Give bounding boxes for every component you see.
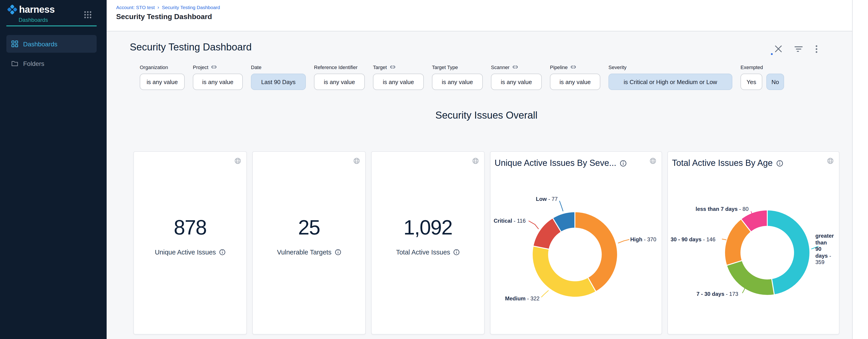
stat-label: Vulnerable Targets <box>277 248 332 256</box>
brand-name: harness <box>19 4 55 15</box>
link-icon <box>211 64 217 70</box>
sidebar-item-label: Folders <box>23 60 44 67</box>
leader-line <box>559 201 563 211</box>
filter-label: Project <box>193 64 209 70</box>
dashboards-grid-icon <box>11 40 18 47</box>
filter-target-type-value[interactable]: is any value <box>432 74 483 90</box>
sidebar-item-dashboards[interactable]: Dashboards <box>6 35 97 53</box>
folder-icon <box>11 60 18 67</box>
tiles-row: 878 Unique Active Issues 25 Vulnerab <box>133 151 839 335</box>
filter-label: Target Type <box>432 64 458 70</box>
breadcrumb-separator: › <box>157 4 159 10</box>
topbar: Account: STO test › Security Testing Das… <box>106 0 852 31</box>
info-icon[interactable] <box>219 249 225 255</box>
slice-greater-90[interactable] <box>767 210 810 295</box>
filter-project: Project is any value <box>193 64 243 90</box>
filter-target: Target is any value <box>373 64 424 90</box>
section-title: Security Issues Overall <box>133 110 839 121</box>
filter-label: Target <box>373 64 387 70</box>
close-icon[interactable] <box>775 45 782 55</box>
scrollbar-gutter[interactable] <box>852 0 868 339</box>
filter-label: Severity <box>609 64 627 70</box>
link-icon <box>570 64 576 70</box>
filter-exempted-yes-button[interactable]: Yes <box>741 74 762 90</box>
product-label: Dashboards <box>19 17 48 23</box>
filter-icon[interactable] <box>795 46 803 54</box>
notification-dot <box>771 53 773 55</box>
filter-scanner: Scanner is any value <box>491 64 542 90</box>
sidebar-item-label: Dashboards <box>23 40 57 48</box>
stat-value: 25 <box>298 216 320 239</box>
filter-reference-identifier: Reference Identifier is any value <box>314 64 365 90</box>
slice-label-critical: Critical - 116 <box>494 218 526 224</box>
page-title: Security Testing Dashboard <box>116 13 212 21</box>
dashboard-main: Security Testing Dashboard Organization … <box>106 31 852 339</box>
breadcrumb: Account: STO test › Security Testing Das… <box>116 4 220 10</box>
filter-organization-value[interactable]: is any value <box>140 74 185 90</box>
filter-label: Exempted <box>741 64 763 70</box>
stat-label: Unique Active Issues <box>155 248 216 256</box>
filter-pipeline-value[interactable]: is any value <box>550 74 600 90</box>
severity-donut-chart <box>491 152 662 335</box>
filter-date: Date Last 90 Days <box>251 64 306 90</box>
slice-label-high: High - 370 <box>630 236 656 243</box>
filter-organization: Organization is any value <box>140 64 185 90</box>
filter-scanner-value[interactable]: is any value <box>491 74 542 90</box>
app-window: harness Dashboards Dash <box>0 0 868 339</box>
filter-severity: Severity is Critical or High or Medium o… <box>609 64 732 90</box>
sidebar-accent-underline <box>6 25 97 26</box>
apps-grid-icon[interactable] <box>84 11 92 21</box>
tile-unique-active-issues: 878 Unique Active Issues <box>133 151 247 335</box>
filter-target-type: Target Type is any value <box>432 64 483 90</box>
stat-value: 878 <box>174 216 207 239</box>
harness-brand[interactable]: harness <box>6 4 55 16</box>
filter-label: Scanner <box>491 64 509 70</box>
leader-line <box>722 239 726 240</box>
tile-total-active-issues-by-age: Total Active Issues By Age <box>668 151 839 335</box>
breadcrumb-account-link[interactable]: Account: STO test <box>116 4 155 10</box>
breadcrumb-page-link[interactable]: Security Testing Dashboard <box>162 4 220 10</box>
leader-line <box>541 290 549 297</box>
filter-project-value[interactable]: is any value <box>193 74 243 90</box>
tile-vulnerable-targets: 25 Vulnerable Targets <box>252 151 366 335</box>
filter-bar: Organization is any value Project is any… <box>140 64 784 90</box>
slice-label-30-90: 30 - 90 days - 146 <box>671 236 716 243</box>
slice-label-medium: Medium - 322 <box>505 295 539 302</box>
tile-unique-active-issues-by-severity: Unique Active Issues By Seve... <box>490 151 662 335</box>
filter-exempted-no-button[interactable]: No <box>766 74 784 90</box>
leader-line <box>529 221 538 229</box>
filter-label: Date <box>251 64 261 70</box>
slice-7-30[interactable] <box>727 261 774 295</box>
sidebar-item-folders[interactable]: Folders <box>6 55 97 72</box>
filter-label: Organization <box>140 64 168 70</box>
slice-label-low: Low - 77 <box>536 196 558 202</box>
filter-label: Reference Identifier <box>314 64 358 70</box>
tile-total-active-issues: 1,092 Total Active Issues <box>371 151 485 335</box>
stat-value: 1,092 <box>403 216 452 239</box>
link-icon <box>512 64 518 70</box>
slice-label-7-30: 7 - 30 days - 173 <box>696 291 738 297</box>
kebab-menu-icon[interactable] <box>815 45 818 55</box>
info-icon[interactable] <box>335 249 341 255</box>
age-donut-chart <box>668 152 840 335</box>
info-icon[interactable] <box>453 249 460 255</box>
filter-date-value[interactable]: Last 90 Days <box>251 74 306 90</box>
harness-logo-icon <box>6 4 18 16</box>
slice-label-greater-90: greater than 90 days - 359 <box>815 233 834 265</box>
link-icon <box>390 64 396 70</box>
filter-reference-identifier-value[interactable]: is any value <box>314 74 365 90</box>
leader-line <box>618 239 629 243</box>
dashboard-title: Security Testing Dashboard <box>130 41 252 53</box>
filter-label: Pipeline <box>550 64 568 70</box>
filter-severity-value[interactable]: is Critical or High or Medium or Low <box>609 74 732 90</box>
stat-label: Total Active Issues <box>396 248 450 256</box>
slice-label-less-7: less than 7 days - 80 <box>695 206 749 212</box>
filter-target-value[interactable]: is any value <box>373 74 424 90</box>
filter-exempted: Exempted Yes No <box>741 64 784 90</box>
filter-pipeline: Pipeline is any value <box>550 64 600 90</box>
app-sidebar: harness Dashboards Dash <box>0 0 106 339</box>
slice-medium[interactable] <box>532 246 596 297</box>
